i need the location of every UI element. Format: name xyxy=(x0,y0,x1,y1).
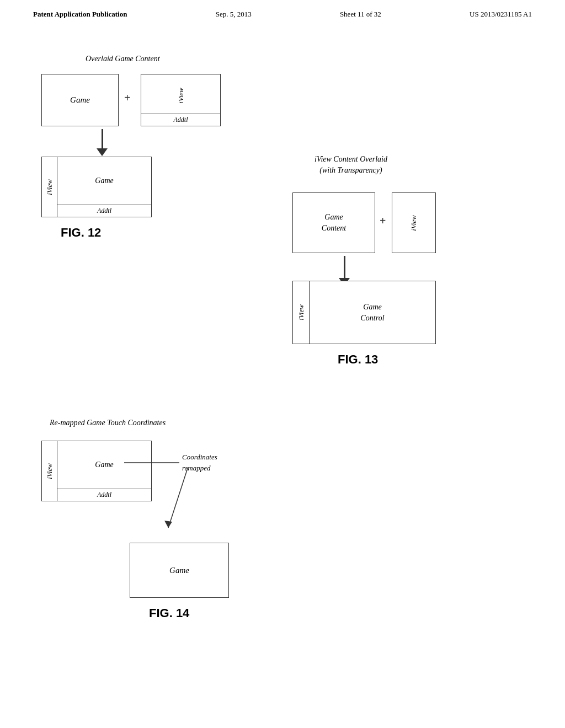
fig13-label: FIG. 13 xyxy=(338,352,378,367)
fig13-iview-bottom-label: iView xyxy=(297,304,306,320)
fig12-iview-bottom-label: iView xyxy=(45,179,54,195)
fig12-plus: + xyxy=(124,92,130,104)
fig14-game-label: Game xyxy=(95,461,113,469)
fig12-game-box: Game xyxy=(41,74,119,126)
fig12-iview-top-label: iView xyxy=(177,88,185,104)
fig14-diagonal-arrow xyxy=(160,468,204,540)
fig12-game-bottom-label: Game xyxy=(95,176,113,185)
fig14-addtl-label: Addtl xyxy=(57,489,151,501)
fig13-title: iView Content Overlaid (with Transparenc… xyxy=(315,154,387,175)
fig12-bottom-box: iView Game Addtl xyxy=(41,157,152,217)
patent-number: US 2013/0231185 A1 xyxy=(470,10,532,19)
svg-line-1 xyxy=(168,468,188,528)
fig13-game-content-label: GameContent xyxy=(322,212,346,233)
fig14-game-bottom-label: Game xyxy=(169,566,189,575)
fig13-iview-top-box: iView xyxy=(392,192,436,253)
fig12-label: FIG. 12 xyxy=(61,226,101,240)
fig14-iview-label: iView xyxy=(45,463,54,479)
fig14-title: Re-mapped Game Touch Coordinates xyxy=(50,419,166,427)
fig12-addtl-bottom: Addtl xyxy=(57,205,151,217)
page-header: Patent Application Publication Sep. 5, 2… xyxy=(0,0,565,24)
fig14-label: FIG. 14 xyxy=(149,606,189,620)
date-label: Sep. 5, 2013 xyxy=(216,10,252,19)
publication-label: Patent Application Publication xyxy=(33,10,127,19)
fig12-game-label: Game xyxy=(70,95,90,105)
fig12-iview-top-box: iView Addtl xyxy=(141,74,221,126)
fig12-addtl-top: Addtl xyxy=(141,114,220,126)
fig13-iview-top-label: iView xyxy=(409,215,418,231)
main-content: Overlaid Game Content Game + iView Addtl… xyxy=(0,24,565,722)
fig14-bottom-box: Game xyxy=(130,543,229,598)
fig13-plus: + xyxy=(380,215,386,227)
svg-marker-2 xyxy=(164,521,172,528)
sheet-label: Sheet 11 of 32 xyxy=(340,10,381,19)
fig13-bottom-box: iView GameControl xyxy=(292,281,436,344)
fig12-arrow xyxy=(97,129,108,156)
fig13-game-content-box: GameContent xyxy=(292,192,375,253)
fig12-title: Overlaid Game Content xyxy=(86,55,160,63)
fig13-game-control-label: GameControl xyxy=(360,302,384,323)
